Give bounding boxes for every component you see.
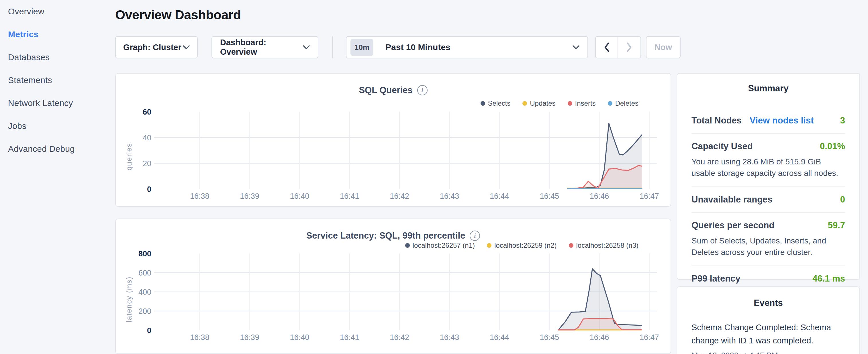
svg-text:16:47: 16:47 bbox=[640, 333, 659, 342]
service-latency-chart-card: Service Latency: SQL, 99th percentile lo… bbox=[115, 219, 671, 354]
capacity-used-value: 0.01% bbox=[820, 141, 845, 152]
svg-text:16:42: 16:42 bbox=[390, 192, 409, 200]
chart-title: Service Latency: SQL, 99th percentile bbox=[306, 231, 465, 241]
sidebar-item-advanced-debug[interactable]: Advanced Debug bbox=[0, 137, 115, 160]
svg-text:16:45: 16:45 bbox=[539, 192, 559, 200]
chevron-down-icon bbox=[303, 45, 310, 50]
time-range-dropdown[interactable]: 10m Past 10 Minutes bbox=[346, 36, 588, 58]
legend-item: Deletes bbox=[608, 99, 639, 107]
time-backward-button[interactable] bbox=[596, 37, 618, 58]
legend-item: localhost:26257 (n1) bbox=[405, 242, 475, 250]
chart-title: SQL Queries bbox=[359, 85, 412, 95]
dashboard-dropdown[interactable]: Dashboard: Overview bbox=[212, 36, 318, 58]
summary-unavailable-ranges: Unavailable ranges 0 bbox=[691, 187, 845, 213]
time-range-label: Past 10 Minutes bbox=[385, 42, 451, 52]
dashboard-label: Dashboard: Overview bbox=[220, 38, 303, 57]
toolbar-divider bbox=[332, 36, 333, 58]
summary-panel: Summary Total Nodes View nodes list 3 Ca… bbox=[677, 73, 860, 280]
svg-text:16:46: 16:46 bbox=[590, 333, 609, 342]
y-axis-label: latency (ms) bbox=[125, 259, 133, 340]
qps-description: Sum of Selects, Updates, Inserts, and De… bbox=[691, 235, 845, 258]
svg-text:16:42: 16:42 bbox=[390, 333, 409, 342]
info-icon[interactable] bbox=[417, 85, 428, 95]
sidebar-nav: OverviewMetricsDatabasesStatementsNetwor… bbox=[0, 0, 115, 160]
sidebar-item-network-latency[interactable]: Network Latency bbox=[0, 92, 115, 115]
total-nodes-value: 3 bbox=[840, 116, 845, 126]
total-nodes-label: Total Nodes bbox=[691, 116, 742, 126]
sidebar: OverviewMetricsDatabasesStatementsNetwor… bbox=[0, 0, 115, 354]
svg-text:16:41: 16:41 bbox=[340, 333, 359, 342]
svg-text:16:43: 16:43 bbox=[440, 333, 459, 342]
chevron-left-icon bbox=[604, 42, 610, 52]
legend-item: Inserts bbox=[568, 99, 596, 107]
capacity-used-description: You are using 28.6 MiB of 515.9 GiB usab… bbox=[691, 156, 845, 179]
svg-text:800: 800 bbox=[138, 250, 151, 258]
legend-item: localhost:26259 (n2) bbox=[487, 242, 557, 250]
svg-text:16:43: 16:43 bbox=[440, 192, 459, 200]
capacity-used-label: Capacity Used bbox=[691, 141, 753, 152]
series-color-dot bbox=[487, 243, 492, 248]
chevron-right-icon bbox=[626, 42, 632, 52]
y-axis-label: queries bbox=[125, 117, 133, 197]
sidebar-item-databases[interactable]: Databases bbox=[0, 46, 115, 69]
service-latency-legend: localhost:26257 (n1)localhost:26259 (n2)… bbox=[405, 242, 639, 250]
summary-queries-per-second: Queries per second 59.7 Sum of Selects, … bbox=[691, 213, 845, 266]
series-color-dot bbox=[522, 101, 527, 106]
svg-text:16:38: 16:38 bbox=[190, 192, 210, 200]
series-color-dot bbox=[568, 101, 572, 106]
svg-text:0: 0 bbox=[147, 185, 151, 194]
sidebar-item-jobs[interactable]: Jobs bbox=[0, 115, 115, 137]
legend-item: localhost:26258 (n3) bbox=[569, 242, 639, 250]
svg-text:16:44: 16:44 bbox=[490, 192, 509, 200]
time-forward-button[interactable] bbox=[618, 37, 641, 58]
p99-latency-label: P99 latency bbox=[691, 273, 741, 284]
sql-queries-plot[interactable]: 020406016:3816:3916:4016:4116:4216:4316:… bbox=[158, 112, 657, 189]
p99-latency-value: 46.1 ms bbox=[812, 273, 845, 284]
svg-text:16:38: 16:38 bbox=[190, 333, 210, 342]
event-list-item[interactable]: Schema Change Completed: Schema change w… bbox=[691, 321, 845, 354]
svg-text:16:40: 16:40 bbox=[290, 333, 309, 342]
sql-queries-chart-card: SQL Queries SelectsUpdatesInsertsDeletes… bbox=[115, 73, 671, 207]
unavailable-ranges-value: 0 bbox=[840, 194, 845, 205]
summary-total-nodes: Total Nodes View nodes list 3 bbox=[691, 108, 845, 134]
series-color-dot bbox=[405, 243, 410, 248]
summary-capacity-used: Capacity Used 0.01% You are using 28.6 M… bbox=[691, 134, 845, 187]
svg-text:16:40: 16:40 bbox=[290, 192, 309, 200]
series-color-dot bbox=[480, 101, 485, 106]
sidebar-item-statements[interactable]: Statements bbox=[0, 69, 115, 92]
info-icon[interactable] bbox=[470, 231, 480, 241]
time-nav-group bbox=[595, 36, 641, 58]
legend-item: Updates bbox=[522, 99, 555, 107]
chevron-down-icon bbox=[572, 45, 580, 50]
events-title: Events bbox=[691, 298, 845, 308]
view-nodes-list-link[interactable]: View nodes list bbox=[750, 116, 813, 126]
svg-text:20: 20 bbox=[143, 159, 151, 168]
sql-queries-legend: SelectsUpdatesInsertsDeletes bbox=[480, 99, 639, 107]
svg-text:16:41: 16:41 bbox=[340, 192, 359, 200]
svg-text:16:46: 16:46 bbox=[590, 192, 609, 200]
event-text: Schema Change Completed: Schema change w… bbox=[691, 321, 845, 347]
qps-label: Queries per second bbox=[691, 220, 774, 231]
series-color-dot bbox=[569, 243, 574, 248]
svg-text:400: 400 bbox=[138, 288, 151, 296]
series-color-dot bbox=[608, 101, 612, 106]
event-timestamp: May 13, 2020 at 4:45 PM bbox=[691, 351, 845, 354]
svg-text:16:44: 16:44 bbox=[490, 333, 509, 342]
svg-text:16:39: 16:39 bbox=[240, 333, 259, 342]
summary-title: Summary bbox=[691, 83, 845, 94]
unavailable-ranges-label: Unavailable ranges bbox=[691, 194, 773, 205]
events-panel: Events Schema Change Completed: Schema c… bbox=[677, 286, 860, 354]
svg-text:16:45: 16:45 bbox=[539, 333, 559, 342]
now-button[interactable]: Now bbox=[646, 36, 681, 58]
svg-text:60: 60 bbox=[143, 108, 151, 116]
graph-scope-dropdown[interactable]: Graph: Cluster bbox=[115, 36, 198, 58]
time-range-badge: 10m bbox=[350, 39, 373, 56]
svg-text:0: 0 bbox=[147, 326, 151, 335]
sidebar-item-metrics[interactable]: Metrics bbox=[0, 23, 115, 46]
svg-text:16:47: 16:47 bbox=[640, 192, 659, 200]
svg-text:200: 200 bbox=[138, 307, 151, 316]
graph-scope-label: Graph: Cluster bbox=[123, 43, 181, 52]
service-latency-plot[interactable]: 020040060080016:3816:3916:4016:4116:4216… bbox=[158, 254, 657, 330]
sidebar-item-overview[interactable]: Overview bbox=[0, 0, 115, 23]
chevron-down-icon bbox=[183, 45, 190, 50]
